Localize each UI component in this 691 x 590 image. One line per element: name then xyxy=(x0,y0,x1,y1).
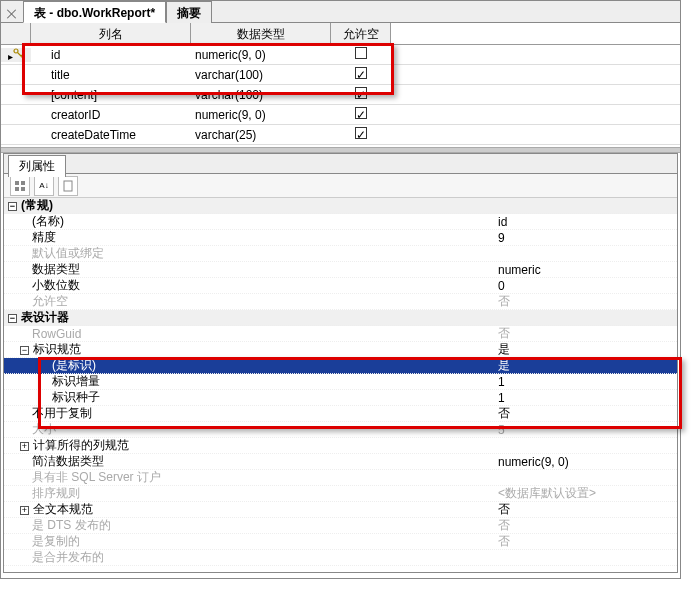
svg-point-0 xyxy=(14,49,18,53)
table-row[interactable]: [content] varchar(100) ✓ xyxy=(1,85,680,105)
cell-name[interactable]: title xyxy=(31,68,191,82)
prop-nonsql-subscriber[interactable]: 具有非 SQL Server 订户 xyxy=(4,470,677,486)
prop-fulltext-spec[interactable]: +全文本规范否 xyxy=(4,502,677,518)
cell-name[interactable]: [content] xyxy=(31,88,191,102)
prop-dts-published[interactable]: 是 DTS 发布的否 xyxy=(4,518,677,534)
document-tabs: 表 - dbo.WorkReport* 摘要 xyxy=(1,1,680,23)
prop-precision[interactable]: 精度9 xyxy=(4,230,677,246)
grid-header-type: 数据类型 xyxy=(191,23,331,44)
cell-null[interactable]: ✓ xyxy=(331,107,391,122)
prop-is-identity[interactable]: (是标识)是 xyxy=(4,358,677,374)
cell-type[interactable]: varchar(25) xyxy=(191,128,331,142)
property-page-button[interactable] xyxy=(58,176,78,196)
prop-name[interactable]: (名称)id xyxy=(4,214,677,230)
cell-name[interactable]: creatorID xyxy=(31,108,191,122)
prop-scale[interactable]: 小数位数0 xyxy=(4,278,677,294)
alphabetical-button[interactable]: A↓ xyxy=(34,176,54,196)
primary-key-icon xyxy=(13,48,25,60)
grid-header: 列名 数据类型 允许空 xyxy=(1,23,680,45)
prop-identity-seed[interactable]: 标识种子1 xyxy=(4,390,677,406)
table-row[interactable]: ▸ id numeric(9, 0) xyxy=(1,45,680,65)
svg-rect-3 xyxy=(15,187,19,191)
cell-name[interactable]: id xyxy=(31,48,191,62)
svg-rect-5 xyxy=(64,181,72,191)
cell-type[interactable]: varchar(100) xyxy=(191,68,331,82)
cell-type[interactable]: numeric(9, 0) xyxy=(191,48,331,62)
checkbox-icon[interactable]: ✓ xyxy=(355,87,367,99)
svg-rect-4 xyxy=(21,187,25,191)
close-icon[interactable] xyxy=(6,8,18,20)
grid-header-selector xyxy=(1,23,31,44)
table-row[interactable]: createDateTime varchar(25) ✓ xyxy=(1,125,680,145)
prop-replicated[interactable]: 是复制的否 xyxy=(4,534,677,550)
prop-computed-spec[interactable]: +计算所得的列规范 xyxy=(4,438,677,454)
prop-datatype[interactable]: 数据类型numeric xyxy=(4,262,677,278)
prop-concise-type[interactable]: 简洁数据类型numeric(9, 0) xyxy=(4,454,677,470)
cell-name[interactable]: createDateTime xyxy=(31,128,191,142)
tab-table[interactable]: 表 - dbo.WorkReport* xyxy=(23,1,166,23)
tab-summary[interactable]: 摘要 xyxy=(166,1,212,23)
property-list: −(常规) (名称)id 精度9 默认值或绑定 数据类型numeric 小数位数… xyxy=(4,198,677,572)
category-designer[interactable]: −表设计器 xyxy=(4,310,677,326)
collapse-icon[interactable]: − xyxy=(8,314,17,323)
props-tabstrip: 列属性 xyxy=(4,154,677,174)
cell-null[interactable]: ✓ xyxy=(331,127,391,142)
prop-rowguid[interactable]: RowGuid否 xyxy=(4,326,677,342)
column-properties-panel: 列属性 A↓ −(常规) (名称)id 精度9 默认值或绑定 数据类型numer… xyxy=(3,153,678,573)
designer-window: 表 - dbo.WorkReport* 摘要 列名 数据类型 允许空 ▸ id … xyxy=(0,0,681,579)
prop-not-for-replication[interactable]: 不用于复制否 xyxy=(4,406,677,422)
prop-identity-increment[interactable]: 标识增量1 xyxy=(4,374,677,390)
checkbox-icon[interactable]: ✓ xyxy=(355,127,367,139)
cell-type[interactable]: varchar(100) xyxy=(191,88,331,102)
svg-rect-1 xyxy=(15,181,19,185)
expand-icon[interactable]: + xyxy=(20,506,29,515)
tab-column-properties[interactable]: 列属性 xyxy=(8,155,66,177)
prop-size[interactable]: 大小5 xyxy=(4,422,677,438)
collapse-icon[interactable]: − xyxy=(8,202,17,211)
columns-grid: 列名 数据类型 允许空 ▸ id numeric(9, 0) title var… xyxy=(1,23,680,143)
cell-null[interactable] xyxy=(331,47,391,62)
prop-identity-spec[interactable]: −标识规范是 xyxy=(4,342,677,358)
categorize-button[interactable] xyxy=(10,176,30,196)
grid-body: ▸ id numeric(9, 0) title varchar(100) ✓ … xyxy=(1,45,680,145)
checkbox-icon[interactable]: ✓ xyxy=(355,67,367,79)
table-row[interactable]: creatorID numeric(9, 0) ✓ xyxy=(1,105,680,125)
cell-null[interactable]: ✓ xyxy=(331,67,391,82)
checkbox-icon[interactable] xyxy=(355,47,367,59)
collapse-icon[interactable]: − xyxy=(20,346,29,355)
prop-allownull[interactable]: 允许空否 xyxy=(4,294,677,310)
grid-header-null: 允许空 xyxy=(331,23,391,44)
prop-collation[interactable]: 排序规则<数据库默认设置> xyxy=(4,486,677,502)
prop-merge-published[interactable]: 是合并发布的 xyxy=(4,550,677,566)
svg-rect-2 xyxy=(21,181,25,185)
checkbox-icon[interactable]: ✓ xyxy=(355,107,367,119)
cell-type[interactable]: numeric(9, 0) xyxy=(191,108,331,122)
table-row[interactable]: title varchar(100) ✓ xyxy=(1,65,680,85)
props-toolbar: A↓ xyxy=(4,174,677,198)
category-general[interactable]: −(常规) xyxy=(4,198,677,214)
cell-null[interactable]: ✓ xyxy=(331,87,391,102)
prop-default[interactable]: 默认值或绑定 xyxy=(4,246,677,262)
row-selector[interactable]: ▸ xyxy=(1,48,31,62)
expand-icon[interactable]: + xyxy=(20,442,29,451)
grid-header-name: 列名 xyxy=(31,23,191,44)
